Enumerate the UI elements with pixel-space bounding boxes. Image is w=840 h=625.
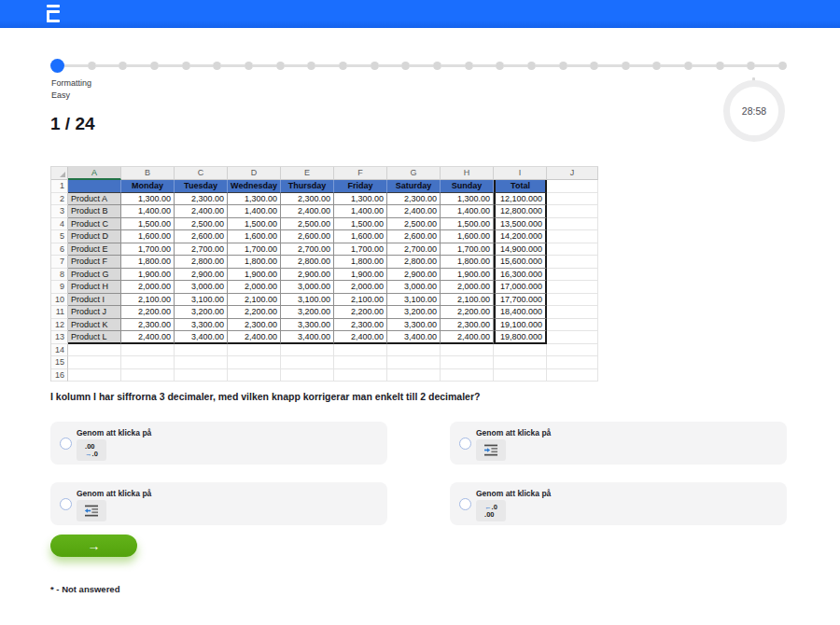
spreadsheet-cell: 13,500.000 (494, 218, 547, 231)
radio-button[interactable] (60, 438, 72, 450)
answer-option-4[interactable]: Genom att klicka på ←.0 .00 (450, 482, 787, 525)
step-dot (339, 62, 347, 70)
spreadsheet-cell: 2,300.00 (334, 319, 387, 332)
spreadsheet-cell: 2,400.00 (334, 331, 387, 344)
spreadsheet-cell: 2,800.00 (387, 256, 441, 269)
answer-option-1[interactable]: Genom att klicka på .00 →.0 (50, 422, 387, 465)
step-connector (96, 64, 119, 67)
quiz-page: Formatting Easy 1 / 24 28:58 ABCDEFGHIJ1… (0, 0, 840, 625)
spreadsheet-row-header: 11 (51, 306, 68, 319)
spreadsheet-cell: Product F (68, 256, 121, 269)
spreadsheet-cell: 2,700.00 (387, 243, 441, 257)
option-label: Genom att klicka på (476, 428, 551, 438)
step-connector (504, 64, 527, 67)
step-connector (347, 64, 371, 67)
spreadsheet-cell: 3,300.00 (281, 319, 334, 332)
spreadsheet-cell (547, 218, 598, 231)
spreadsheet-cell: 2,400.00 (441, 331, 494, 344)
spreadsheet-cell: 1,800.00 (441, 256, 494, 269)
spreadsheet-cell: 3,100.00 (387, 294, 441, 307)
spreadsheet-cell (441, 344, 494, 357)
radio-button[interactable] (459, 498, 471, 510)
spreadsheet-cell (494, 344, 547, 357)
spreadsheet-cell (175, 356, 228, 369)
option-label: Genom att klicka på (77, 489, 151, 498)
step-connector (693, 64, 716, 67)
step-connector (285, 64, 308, 67)
radio-button[interactable] (459, 438, 471, 450)
step-dot (150, 62, 159, 70)
step-dot (622, 62, 630, 70)
spreadsheet-col-header: G (387, 167, 441, 180)
spreadsheet-cell (547, 369, 598, 382)
spreadsheet-cell: 1,500.00 (334, 218, 387, 231)
spreadsheet-cell (68, 369, 121, 382)
spreadsheet-cell (387, 344, 441, 357)
step-dot (307, 62, 315, 70)
spreadsheet-cell: Product E (68, 243, 121, 257)
step-dot (433, 62, 441, 70)
question-counter: 1 / 24 (50, 114, 95, 134)
spreadsheet-row-header: 15 (51, 356, 68, 369)
step-dot (50, 59, 64, 73)
step-connector (598, 64, 622, 67)
spreadsheet-cell: 1,300.00 (441, 193, 494, 206)
spreadsheet-row-header: 10 (51, 294, 68, 307)
step-dot (119, 62, 127, 70)
spreadsheet-cell: 2,200.00 (121, 306, 175, 319)
spreadsheet-row-header: 4 (51, 218, 68, 231)
spreadsheet-cell: 2,100.00 (121, 294, 175, 307)
spreadsheet-cell: Product J (68, 306, 121, 319)
spreadsheet-cell: 2,300.00 (121, 319, 175, 332)
spreadsheet-cell: 1,600.00 (228, 230, 281, 243)
step-connector (190, 64, 214, 67)
spreadsheet-cell: 1,500.00 (441, 218, 494, 231)
spreadsheet-row-header: 7 (51, 256, 68, 269)
spreadsheet-cell (547, 306, 598, 319)
spreadsheet-cell: 2,300.00 (281, 193, 334, 206)
spreadsheet-cell: 14,200.000 (494, 230, 547, 243)
spreadsheet-cell (68, 344, 121, 357)
step-connector (630, 64, 653, 67)
next-button[interactable]: → (50, 535, 137, 557)
spreadsheet-cell: 1,500.00 (121, 218, 175, 231)
step-dot (88, 62, 96, 70)
spreadsheet-cell: 15,600.000 (494, 256, 547, 269)
spreadsheet-cell: 2,200.00 (441, 306, 494, 319)
spreadsheet-cell (547, 180, 598, 193)
app-logo-icon (47, 5, 61, 22)
spreadsheet-cell: 1,800.00 (334, 256, 387, 269)
spreadsheet-cell: 1,900.00 (441, 269, 494, 282)
answer-option-2[interactable]: Genom att klicka på (450, 422, 787, 465)
spreadsheet: ABCDEFGHIJ1MondayTuesdayWednesdayThursda… (50, 166, 598, 382)
spreadsheet-cell: 2,900.00 (387, 269, 441, 282)
spreadsheet-row-header: 1 (51, 180, 68, 193)
spreadsheet-cell: 1,900.00 (334, 269, 387, 282)
spreadsheet-cell: 2,300.00 (387, 193, 441, 206)
spreadsheet-header-cell: Total (494, 180, 547, 193)
spreadsheet-col-header: B (121, 167, 175, 180)
spreadsheet-cell: 2,400.00 (121, 331, 175, 344)
spreadsheet-cell (547, 281, 598, 294)
option-label: Genom att klicka på (476, 489, 551, 498)
step-connector (724, 64, 748, 67)
spreadsheet-col-header: F (334, 167, 387, 180)
spreadsheet-cell: 12,800.000 (494, 205, 547, 218)
spreadsheet-cell: Product K (68, 319, 121, 332)
spreadsheet-cell: 2,000.00 (441, 281, 494, 294)
spreadsheet-cell (175, 369, 228, 382)
step-connector (661, 64, 684, 67)
step-connector (567, 64, 591, 67)
step-dot (276, 62, 285, 70)
radio-button[interactable] (60, 498, 72, 510)
step-dot (401, 62, 410, 70)
step-connector (379, 64, 402, 67)
answer-option-3[interactable]: Genom att klicka på (50, 482, 387, 525)
spreadsheet-cell: 3,400.00 (387, 331, 441, 344)
spreadsheet-cell: 1,800.00 (121, 256, 175, 269)
spreadsheet-cell (121, 369, 175, 382)
spreadsheet-cell: 2,500.00 (387, 218, 441, 231)
spreadsheet-row-header: 8 (51, 269, 68, 282)
spreadsheet-header-cell: Saturday (387, 180, 441, 193)
spreadsheet-cell: 1,400.00 (334, 205, 387, 218)
